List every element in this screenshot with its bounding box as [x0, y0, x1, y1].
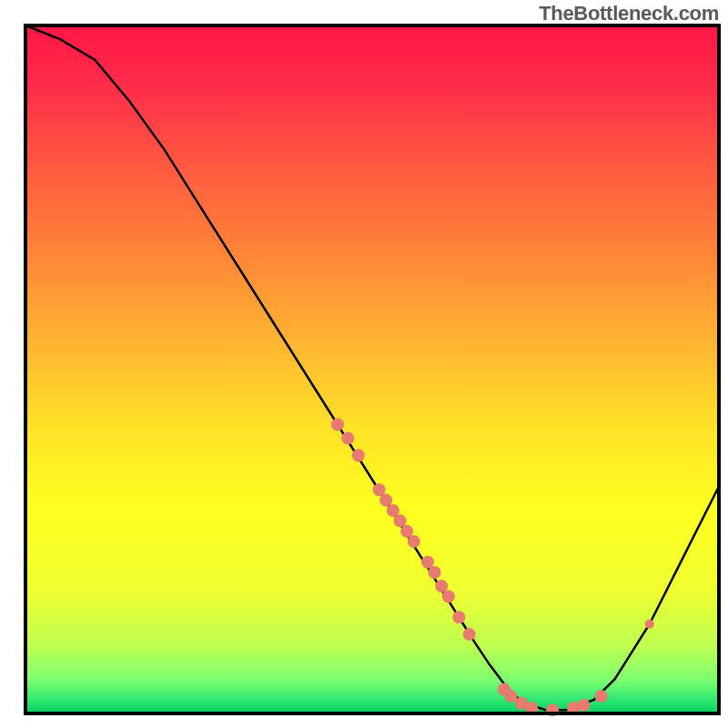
bottleneck-curve-chart — [0, 0, 728, 728]
watermark-text: TheBottleneck.com — [539, 2, 719, 25]
plot-background — [25, 25, 719, 713]
data-marker — [463, 628, 476, 641]
data-marker — [577, 699, 590, 712]
chart-container: TheBottleneck.com — [0, 0, 728, 728]
data-marker — [442, 591, 455, 603]
data-marker — [452, 611, 465, 623]
data-marker — [645, 620, 654, 629]
data-marker — [352, 450, 365, 462]
data-marker — [504, 690, 517, 703]
data-marker — [331, 419, 344, 431]
data-marker — [408, 535, 420, 548]
data-marker — [429, 566, 441, 579]
data-marker — [341, 432, 354, 445]
data-marker — [435, 580, 448, 592]
data-marker — [394, 514, 407, 527]
data-marker — [379, 494, 392, 507]
data-marker — [595, 690, 608, 703]
